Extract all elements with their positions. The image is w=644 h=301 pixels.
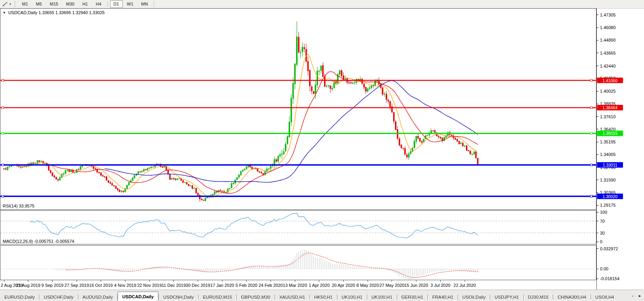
svg-text:3 Jul 2020: 3 Jul 2020 bbox=[431, 283, 451, 288]
svg-text:16 Oct 2019: 16 Oct 2019 bbox=[89, 283, 113, 288]
svg-text:1.40025: 1.40025 bbox=[600, 89, 616, 94]
svg-text:1.29175: 1.29175 bbox=[600, 203, 616, 207]
level-price-tag-text: 1.36015 bbox=[603, 131, 618, 136]
level-price-tag-text: 1.30020 bbox=[603, 194, 618, 199]
chart-tab-china300-h4[interactable]: CHINA300,H4 bbox=[553, 293, 591, 301]
level-anchor-handle[interactable] bbox=[591, 164, 592, 166]
svg-text:1.46080: 1.46080 bbox=[600, 25, 616, 30]
chart-tab-usoil-h4[interactable]: USOil,H4 bbox=[591, 293, 618, 301]
svg-text:100: 100 bbox=[600, 210, 607, 215]
level-price-tag-text: 1.41060 bbox=[603, 78, 618, 83]
chart-region: 1.473051.460801.448901.436651.424401.412… bbox=[0, 8, 644, 290]
timeframe-toolbar: M1M5M15M30H1H4D1W1MN bbox=[18, 0, 156, 8]
level-price-tag-text: 1.33011 bbox=[603, 163, 617, 167]
svg-text:21 Aug 2019: 21 Aug 2019 bbox=[16, 283, 40, 288]
svg-text:11 Dec 2019: 11 Dec 2019 bbox=[162, 283, 186, 288]
drawing-tool-button[interactable]: ▾ bbox=[0, 2, 12, 7]
collapse-triangle-icon[interactable]: ▼ bbox=[3, 11, 6, 15]
tool-caret-icon[interactable]: ▾ bbox=[9, 2, 11, 6]
svg-text:70: 70 bbox=[600, 219, 605, 224]
timeframe-button-mn[interactable]: MN bbox=[138, 0, 151, 8]
svg-text:27 Sep 2019: 27 Sep 2019 bbox=[64, 283, 89, 288]
chart-tab-usdcnh-daily[interactable]: USDCNH,Daily bbox=[159, 293, 198, 301]
chart-tab-usdcad-daily[interactable]: USDCAD,Daily bbox=[118, 292, 158, 301]
chart-canvas[interactable]: 1.473051.460801.448901.436651.424401.412… bbox=[0, 8, 644, 290]
timeframe-button-d1[interactable]: D1 bbox=[110, 0, 123, 8]
svg-text:27 May 2020: 27 May 2020 bbox=[379, 283, 405, 288]
svg-text:13 Mar 2020: 13 Mar 2020 bbox=[283, 283, 307, 288]
chart-tabs: EURUSD,DailyUSDCHF,DailyAUDUSD,DailyUSDC… bbox=[0, 290, 618, 301]
chart-title: ▼USDCAD,Daily 1.33655 1.33695 1.32940 1.… bbox=[3, 10, 105, 15]
svg-text:20 Apr 2020: 20 Apr 2020 bbox=[332, 283, 355, 288]
chart-tab-eurusd-m15[interactable]: EURUSD,M15 bbox=[199, 293, 236, 301]
chart-tab-usdjpy-h1[interactable]: USDJPY,H1 bbox=[490, 293, 523, 301]
chart-tab-audusd-daily[interactable]: AUDUSD,Daily bbox=[78, 293, 117, 301]
level-anchor-handle[interactable] bbox=[2, 132, 4, 134]
chart-tab-usdchf-daily[interactable]: USDCHF,Daily bbox=[39, 293, 77, 301]
svg-text:1.47305: 1.47305 bbox=[600, 13, 616, 17]
timeframe-button-m5[interactable]: M5 bbox=[32, 0, 45, 8]
timeframe-button-h1[interactable]: H1 bbox=[79, 0, 91, 8]
level-anchor-handle[interactable] bbox=[2, 79, 4, 81]
chart-tab-ger30-h1[interactable]: GER30,H1 bbox=[397, 293, 428, 301]
svg-text:1.43665: 1.43665 bbox=[600, 51, 616, 55]
svg-text:30: 30 bbox=[600, 231, 605, 235]
svg-text:9 Sep 2019: 9 Sep 2019 bbox=[41, 283, 63, 288]
svg-text:30 Dec 2019: 30 Dec 2019 bbox=[186, 283, 210, 288]
chart-tab-uk100-h1[interactable]: UK100,H1 bbox=[337, 293, 367, 301]
chart-title-symbol: USDCAD,Daily bbox=[8, 10, 37, 15]
date-axis[interactable]: 2 Aug 201921 Aug 20199 Sep 201927 Sep 20… bbox=[1, 280, 476, 288]
svg-text:0.032972: 0.032972 bbox=[600, 246, 618, 251]
level-anchor-handle[interactable] bbox=[2, 106, 4, 108]
svg-text:-0.018154: -0.018154 bbox=[600, 276, 620, 281]
chart-tabs-bar: EURUSD,DailyUSDCHF,DailyAUDUSD,DailyUSDC… bbox=[0, 290, 644, 301]
chart-tab-uk100-h1[interactable]: UK100,H1 bbox=[367, 293, 397, 301]
tab-scroll-arrows: ◄ ► bbox=[627, 290, 644, 301]
chart-tab-dj30-m15[interactable]: DJ30,M15 bbox=[524, 293, 553, 301]
chart-title-ohlc: 1.33655 1.33695 1.32940 1.33025 bbox=[39, 10, 105, 15]
level-anchor-handle[interactable] bbox=[591, 79, 592, 81]
svg-text:17 Jan 2020: 17 Jan 2020 bbox=[210, 283, 234, 288]
svg-text:1.37610: 1.37610 bbox=[600, 114, 616, 119]
timeframe-button-m30[interactable]: M30 bbox=[63, 0, 78, 8]
svg-text:1.35195: 1.35195 bbox=[600, 139, 616, 144]
svg-text:24 Feb 2020: 24 Feb 2020 bbox=[259, 283, 283, 288]
svg-text:1.42440: 1.42440 bbox=[600, 64, 616, 68]
rsi-indicator-label: RSI(14) 33.9575 bbox=[3, 204, 35, 208]
level-price-tag-text: 1.38464 bbox=[603, 105, 618, 110]
chart-tab-hk50-h1[interactable]: HK50,H1 bbox=[310, 293, 337, 301]
scroll-left-icon[interactable]: ◄ bbox=[631, 294, 634, 298]
svg-text:1 Apr 2020: 1 Apr 2020 bbox=[309, 283, 329, 288]
toolbar-separator bbox=[107, 1, 108, 7]
timeframe-button-w1[interactable]: W1 bbox=[123, 0, 137, 8]
top-toolbar: ▾ M1M5M15M30H1H4D1W1MN bbox=[0, 0, 644, 9]
chart-tab-usoil-daily[interactable]: USOil,Daily bbox=[458, 293, 490, 301]
svg-text:22 Jul 2020: 22 Jul 2020 bbox=[454, 283, 476, 288]
timeframe-button-m1[interactable]: M1 bbox=[18, 0, 31, 8]
scroll-right-icon[interactable]: ► bbox=[638, 294, 642, 298]
chart-tab-eurusd-daily[interactable]: EURUSD,Daily bbox=[0, 293, 39, 301]
chart-tab-xauusd-h1[interactable]: XAUUSD,H1 bbox=[275, 293, 309, 301]
svg-text:0.00: 0.00 bbox=[600, 266, 608, 271]
level-anchor-handle[interactable] bbox=[2, 164, 4, 166]
svg-text:0: 0 bbox=[600, 239, 602, 244]
svg-text:15 Jun 2020: 15 Jun 2020 bbox=[404, 283, 428, 288]
svg-text:1.34005: 1.34005 bbox=[600, 152, 616, 157]
timeframe-button-m15[interactable]: M15 bbox=[46, 0, 62, 8]
timeframe-button-h4[interactable]: H4 bbox=[92, 0, 105, 8]
chart-tab-fra40-h1[interactable]: FRA40,H1 bbox=[428, 293, 458, 301]
svg-text:8 May 2020: 8 May 2020 bbox=[357, 283, 379, 288]
svg-text:5 Feb 2020: 5 Feb 2020 bbox=[236, 283, 258, 288]
macd-indicator-label: MACD(12,26,9) -0.005751 -0.005574 bbox=[3, 239, 74, 244]
chart-tab-gbpusd-m30[interactable]: GBPUSD,M30 bbox=[237, 293, 274, 301]
drawing-tool-icon bbox=[2, 2, 8, 7]
svg-text:22 Nov 2019: 22 Nov 2019 bbox=[137, 283, 162, 288]
level-anchor-handle[interactable] bbox=[591, 132, 592, 134]
svg-text:1.44890: 1.44890 bbox=[600, 38, 616, 42]
level-anchor-handle[interactable] bbox=[591, 106, 592, 108]
toolbar-grip[interactable] bbox=[15, 2, 15, 7]
level-anchor-handle[interactable] bbox=[591, 195, 592, 197]
svg-text:1.31590: 1.31590 bbox=[600, 178, 616, 182]
svg-text:4 Nov 2019: 4 Nov 2019 bbox=[114, 283, 136, 288]
level-anchor-handle[interactable] bbox=[2, 195, 4, 197]
